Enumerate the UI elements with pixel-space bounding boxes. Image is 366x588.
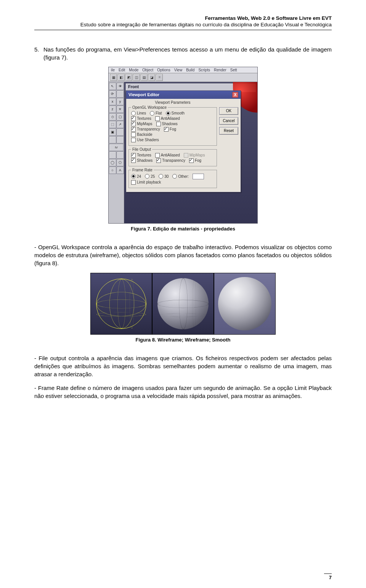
radio-lines[interactable]: Lines: [131, 111, 146, 116]
radio-other[interactable]: Other:: [172, 174, 189, 179]
cancel-button[interactable]: Cancel: [219, 117, 238, 125]
tool-select-icon[interactable]: ⬚: [109, 121, 116, 128]
toolbar-icon[interactable]: ◩: [125, 74, 132, 81]
intro-paragraph: 5. Nas funções do programa, em View>Pref…: [34, 45, 332, 61]
opengl-workspace-group: OpenGL Workspace Lines Flat Smooth Textu…: [128, 105, 217, 146]
chk-mipmaps[interactable]: MipMaps: [131, 122, 152, 126]
menu-view[interactable]: View: [174, 68, 183, 72]
figure8-caption: Figura 8. Wireframe; Wireframe; Smooth: [34, 337, 332, 343]
tool-btn[interactable]: [117, 151, 124, 159]
tool-btn[interactable]: [117, 136, 124, 143]
figure8-wrap: [34, 273, 332, 335]
viewport-params-label: Viewport Parameters: [128, 100, 217, 105]
toolbar-icon[interactable]: ▦: [110, 74, 117, 81]
toolbar-icon[interactable]: ⌗: [156, 74, 163, 81]
figure7-wrap: ile Edit Mode Object Options View Build …: [34, 67, 332, 224]
close-icon[interactable]: X: [232, 92, 238, 98]
paragraph-opengl: - OpenGL Workspace controla a aparência …: [34, 243, 332, 267]
tool-x-icon[interactable]: x: [109, 98, 116, 105]
tool-eye-icon[interactable]: 👁: [117, 83, 124, 90]
tool-cursor-icon[interactable]: ↖: [109, 83, 116, 90]
radio-flat[interactable]: Flat: [150, 111, 162, 116]
figure8: [90, 273, 276, 335]
chk-antialiased[interactable]: AntiAliased: [155, 116, 180, 121]
tool-y-icon[interactable]: y: [117, 98, 124, 105]
tool-shape-icon[interactable]: ▢: [117, 113, 124, 121]
menu-mode[interactable]: Mode: [129, 68, 138, 72]
chk-useshaders[interactable]: Use Shaders: [131, 138, 159, 142]
tool-axis-icon[interactable]: ⤧: [117, 106, 124, 113]
tool-a-label[interactable]: A: [117, 167, 124, 174]
tool-sphere-icon[interactable]: ◯: [109, 159, 116, 166]
radio-24[interactable]: 24: [131, 174, 141, 179]
framerate-other-input[interactable]: [193, 174, 204, 179]
page: Ferramentas Web, Web 2.0 e Software Livr…: [0, 0, 366, 588]
chk-fo-textures[interactable]: Textures: [131, 153, 151, 158]
tool-iv-label[interactable]: IV: [109, 144, 124, 151]
viewport-editor-dialog: Viewport Editor X Viewport Parameters Op…: [126, 90, 241, 192]
menu-build[interactable]: Build: [186, 68, 194, 72]
page-header: Ferramentas Web, Web 2.0 e Software Livr…: [34, 15, 332, 30]
tool-btn[interactable]: [109, 151, 116, 159]
paragraph-fileoutput: - File output controla a aparência das i…: [34, 354, 332, 378]
tool-shape-icon[interactable]: ◇: [109, 113, 116, 121]
radio-30[interactable]: 30: [159, 174, 169, 179]
toolbar-icon[interactable]: ▤: [141, 74, 148, 81]
dialog-titlebar[interactable]: Viewport Editor X: [126, 91, 241, 99]
file-output-group: File Output Textures AntiAliased MipMaps…: [128, 147, 217, 166]
dialog-title: Viewport Editor: [128, 92, 159, 97]
tool-poly-icon[interactable]: ⬠: [117, 159, 124, 166]
tool-rotate-icon[interactable]: ⟳: [109, 90, 116, 98]
chk-backside[interactable]: Backside: [131, 132, 152, 137]
menu-scripts[interactable]: Scripts: [198, 68, 210, 72]
chk-fo-antialiased[interactable]: AntiAliased: [155, 153, 180, 158]
tool-arrow-icon[interactable]: ↗: [117, 121, 124, 128]
radio-25[interactable]: 25: [145, 174, 155, 179]
dialog-body: Viewport Parameters OpenGL Workspace Lin…: [126, 99, 241, 192]
chk-limit-playback[interactable]: Limit playback: [131, 180, 161, 185]
faceted-sphere: [157, 278, 209, 329]
group-legend: Frame Rate: [131, 168, 154, 172]
toolbar-icon[interactable]: ◫: [133, 74, 140, 81]
list-text: Nas funções do programa, em View>Prefere…: [43, 45, 332, 61]
chk-shadows[interactable]: Shadows: [156, 122, 178, 126]
tool-cube-icon[interactable]: ▣: [109, 129, 116, 136]
left-toolbar: ↖👁 ⟳ xy z⤧ ◇▢ ⬚↗ ▣ IV ◯⬠ ○A: [109, 82, 124, 223]
chk-fo-fog[interactable]: Fog: [189, 158, 201, 163]
tool-empty[interactable]: [117, 90, 124, 98]
figure7-caption: Figura 7. Edição de materiais - propried…: [34, 226, 332, 232]
menu-render[interactable]: Render: [214, 68, 226, 72]
chk-fog[interactable]: Fog: [164, 127, 176, 132]
wireframe-sphere: [96, 279, 146, 329]
tool-circle-icon[interactable]: ○: [109, 167, 116, 174]
menu-file[interactable]: ile: [111, 68, 115, 72]
paragraph-framerate: - Frame Rate define o número de imagens …: [34, 384, 332, 400]
toolbar-icon[interactable]: ◪: [148, 74, 155, 81]
dialog-main: Viewport Parameters OpenGL Workspace Lin…: [128, 100, 217, 190]
toolbar-icon[interactable]: ◧: [118, 74, 125, 81]
chk-fo-mipmaps: MipMaps: [184, 153, 205, 158]
chk-transparency[interactable]: Transparency: [131, 127, 160, 132]
chk-textures[interactable]: Textures: [131, 116, 151, 121]
tool-btn[interactable]: [117, 129, 124, 136]
list-number: 5.: [34, 45, 43, 61]
dialog-buttons: OK Cancel Reset: [219, 100, 238, 190]
faceted-pane: [152, 273, 214, 335]
menu-edit[interactable]: Edit: [119, 68, 125, 72]
menu-settings[interactable]: Sett: [230, 68, 237, 72]
viewport-3d-area[interactable]: Front Viewport Editor X Viewport Paramet…: [124, 82, 257, 223]
top-toolbar: ▦ ◧ ◩ ◫ ▤ ◪ ⌗: [109, 73, 257, 82]
ok-button[interactable]: OK: [219, 107, 238, 115]
smooth-pane: [214, 273, 276, 335]
tool-z-icon[interactable]: z: [109, 106, 116, 113]
chk-fo-transparency[interactable]: Transparency: [156, 158, 185, 163]
chk-fo-shadows[interactable]: Shadows: [131, 158, 152, 163]
tool-btn[interactable]: [109, 136, 116, 143]
smooth-sphere: [218, 277, 271, 330]
menu-object[interactable]: Object: [142, 68, 153, 72]
reset-button[interactable]: Reset: [219, 127, 238, 135]
menu-options[interactable]: Options: [157, 68, 170, 72]
menubar[interactable]: ile Edit Mode Object Options View Build …: [109, 67, 257, 73]
radio-smooth[interactable]: Smooth: [166, 111, 185, 116]
group-legend: OpenGL Workspace: [131, 105, 168, 110]
